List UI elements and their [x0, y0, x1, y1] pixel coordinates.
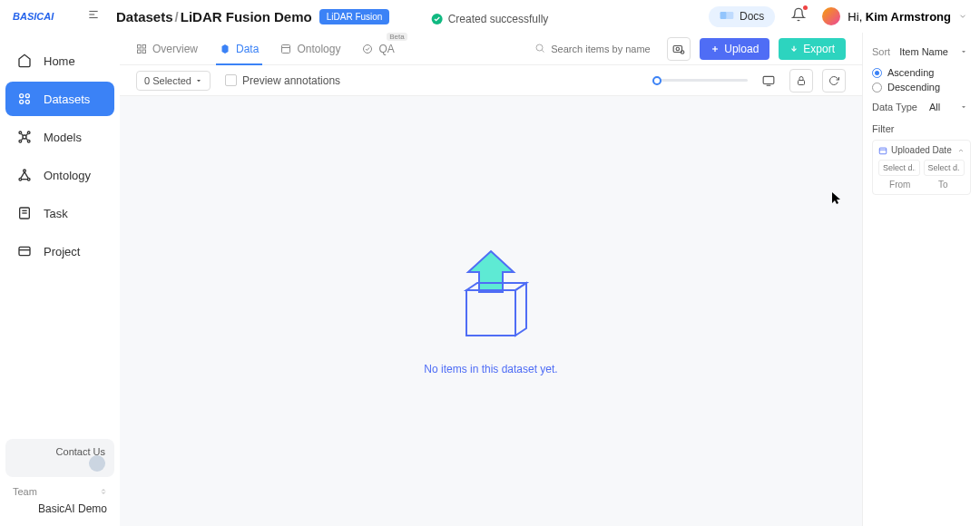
ontology-icon: [16, 167, 33, 183]
tab-label: Data: [236, 43, 259, 55]
preview-label: Preview annotations: [242, 74, 340, 87]
team-name[interactable]: BasicAI Demo: [13, 502, 107, 515]
tab-qa[interactable]: QA Beta: [362, 33, 394, 64]
export-label: Export: [803, 43, 835, 55]
sidebar-item-label: Project: [44, 245, 80, 258]
contact-us-card[interactable]: Contact Us: [5, 439, 114, 477]
svg-marker-51: [466, 290, 515, 336]
sort-descending-radio[interactable]: Descending: [872, 82, 971, 93]
sidebar-item-task[interactable]: Task: [5, 196, 114, 230]
svg-marker-56: [962, 106, 965, 108]
search-input[interactable]: [531, 39, 658, 59]
models-icon: [16, 129, 33, 145]
breadcrumb-separator: /: [175, 9, 179, 24]
svg-rect-31: [142, 44, 146, 48]
sidebar: Home Datasets Models Ontology Task Proje…: [0, 33, 120, 526]
success-toast: Created successfully: [432, 13, 549, 25]
svg-marker-55: [962, 51, 965, 53]
datatype-label: Data Type: [872, 102, 917, 112]
empty-message: No items in this dataset yet.: [424, 363, 557, 375]
sidebar-item-project[interactable]: Project: [5, 234, 114, 268]
chevron-down-icon: [960, 48, 967, 55]
svg-point-8: [20, 100, 24, 103]
svg-rect-32: [138, 50, 142, 54]
docs-icon: [720, 10, 734, 24]
datatype-select[interactable]: All: [926, 100, 971, 114]
upload-button[interactable]: Upload: [700, 38, 769, 60]
overview-icon: [136, 44, 147, 54]
sort-value: Item Name: [899, 46, 948, 57]
selected-count: 0 Selected: [144, 75, 191, 86]
notification-dot-icon: [803, 5, 808, 10]
sidebar-item-label: Datasets: [44, 93, 90, 106]
sort-ascending-radio[interactable]: Ascending: [872, 67, 971, 78]
dataset-type-badge: LiDAR Fusion: [319, 9, 390, 24]
svg-point-37: [364, 44, 372, 53]
sidebar-item-models[interactable]: Models: [5, 120, 114, 154]
svg-point-38: [536, 44, 543, 51]
tab-label: QA: [378, 43, 394, 55]
beta-badge: Beta: [387, 33, 407, 41]
datasets-icon: [16, 91, 33, 107]
svg-point-12: [27, 132, 30, 134]
radio-icon: [872, 83, 882, 93]
filter-group-header[interactable]: Uploaded Date: [878, 145, 965, 155]
sidebar-item-home[interactable]: Home: [5, 44, 114, 78]
svg-rect-47: [763, 76, 774, 83]
upload-label: Upload: [724, 43, 759, 55]
camera-settings-button[interactable]: [667, 37, 691, 61]
lock-button[interactable]: [789, 69, 813, 93]
sidebar-item-label: Ontology: [44, 169, 91, 182]
svg-marker-53: [515, 283, 526, 336]
slider-thumb[interactable]: [652, 76, 662, 85]
search-icon: [534, 41, 545, 57]
svg-point-6: [20, 94, 24, 98]
svg-point-14: [27, 140, 30, 142]
svg-line-17: [22, 138, 24, 140]
tab-data[interactable]: Data: [220, 33, 259, 64]
breadcrumb: Datasets / LiDAR Fusion Demo LiDAR Fusio…: [116, 9, 389, 24]
filter-uploaded-date: Uploaded Date From To: [872, 140, 971, 195]
svg-point-41: [676, 47, 680, 51]
home-icon: [16, 53, 33, 69]
sort-icon[interactable]: [100, 487, 107, 496]
breadcrumb-root[interactable]: Datasets: [116, 9, 173, 24]
notifications-button[interactable]: [791, 7, 806, 25]
date-to-input[interactable]: [924, 160, 965, 176]
sort-label: Sort: [872, 46, 890, 57]
chevron-down-icon: [195, 77, 202, 84]
docs-button[interactable]: Docs: [709, 6, 775, 27]
svg-rect-58: [879, 148, 887, 154]
sidebar-item-ontology[interactable]: Ontology: [5, 158, 114, 192]
svg-line-15: [22, 134, 24, 136]
avatar: [822, 7, 840, 25]
tab-ontology[interactable]: Ontology: [280, 33, 340, 64]
svg-rect-28: [19, 247, 30, 255]
export-button[interactable]: Export: [779, 38, 846, 60]
svg-text:BASICAI: BASICAI: [13, 11, 54, 22]
sidebar-item-label: Home: [44, 54, 75, 68]
check-icon: [432, 14, 443, 24]
sort-select[interactable]: Item Name: [896, 44, 971, 60]
chat-icon: [89, 455, 105, 472]
tab-overview[interactable]: Overview: [136, 33, 198, 64]
empty-state-icon: [450, 247, 532, 350]
to-label: To: [922, 180, 965, 190]
user-menu[interactable]: Hi, Kim Armstrong: [822, 7, 967, 25]
refresh-button[interactable]: [822, 69, 846, 93]
svg-rect-57: [964, 129, 969, 132]
sidebar-item-datasets[interactable]: Datasets: [5, 82, 114, 116]
display-mode-button[interactable]: [757, 69, 780, 93]
selected-dropdown[interactable]: 0 Selected: [136, 71, 211, 91]
project-icon: [16, 243, 33, 259]
logo[interactable]: BASICAI: [13, 8, 71, 24]
tab-label: Overview: [152, 43, 198, 55]
svg-rect-30: [138, 44, 142, 48]
collapse-sidebar-button[interactable]: [87, 8, 100, 24]
preview-annotations-toggle[interactable]: Preview annotations: [225, 74, 340, 87]
data-icon: [220, 44, 230, 54]
svg-point-20: [19, 178, 22, 180]
team-label: Team: [13, 486, 107, 497]
date-from-input[interactable]: [878, 160, 920, 176]
zoom-slider[interactable]: [657, 79, 748, 82]
